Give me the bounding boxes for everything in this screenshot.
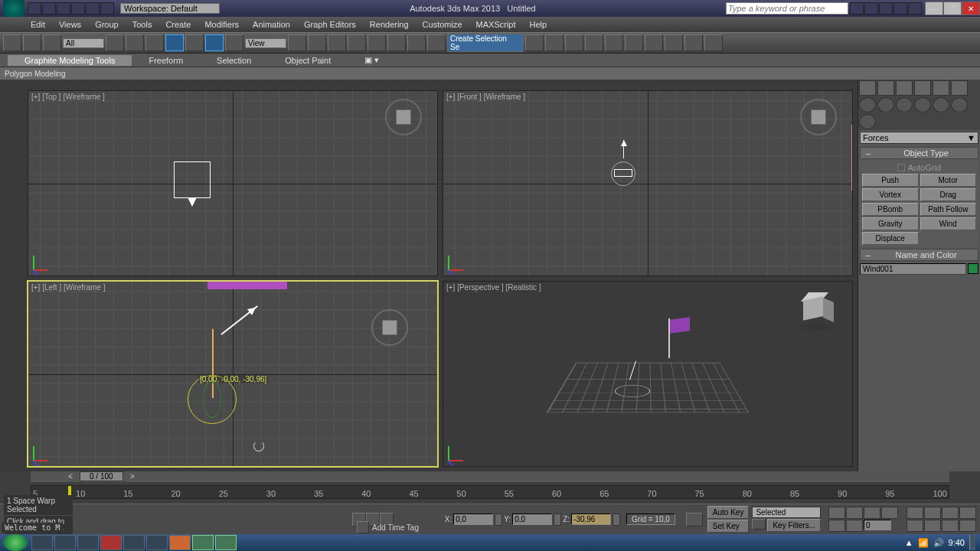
scene-wind-object[interactable] (608, 158, 639, 189)
unlink-tool-icon[interactable] (23, 34, 41, 51)
selection-filter-dropdown[interactable]: All (63, 38, 104, 48)
link-icon[interactable] (100, 2, 114, 15)
goto-start-icon[interactable] (828, 507, 845, 519)
viewport-label-top[interactable]: [+] [Top ] [Wireframe ] (31, 93, 105, 101)
select-object-icon[interactable] (106, 34, 124, 51)
scene-box-object[interactable] (207, 282, 287, 289)
media-icon[interactable] (77, 535, 99, 550)
keyfilters-button[interactable]: Key Filters... (767, 519, 821, 532)
spinner-snap-icon[interactable] (407, 34, 426, 51)
maximize-viewport-icon[interactable] (959, 520, 976, 532)
save-icon[interactable] (57, 2, 70, 15)
menu-edit[interactable]: Edit (31, 20, 45, 29)
object-name-input[interactable] (860, 263, 966, 275)
named-selection-dropdown[interactable]: Create Selection Se (447, 34, 524, 52)
keyboard-shortcut-icon[interactable] (328, 34, 346, 51)
viewcube-top[interactable] (385, 99, 422, 135)
maximize-button[interactable]: ❐ (943, 2, 962, 15)
mirror-icon[interactable] (525, 34, 544, 51)
link-tool-icon[interactable] (3, 34, 21, 51)
push-button[interactable]: Push (862, 174, 919, 187)
scene-flag-object[interactable] (851, 125, 853, 191)
z-spinner[interactable] (612, 514, 620, 526)
rollout-object-type[interactable]: –Object Type (860, 147, 978, 159)
category-dropdown[interactable]: Forces▼ (860, 132, 978, 144)
tray-clock[interactable]: 9:40 (949, 538, 965, 547)
show-desktop-button[interactable] (969, 535, 975, 550)
app-icon[interactable] (54, 535, 76, 550)
edit-named-sel-icon[interactable] (427, 34, 446, 51)
minimize-button[interactable]: — (925, 2, 943, 15)
scene-wind-object[interactable] (615, 377, 650, 405)
tray-flag-icon[interactable]: ▲ (905, 538, 913, 547)
keytangent-icon[interactable] (752, 519, 766, 530)
menu-animation[interactable]: Animation (253, 20, 290, 29)
menu-help[interactable]: Help (530, 20, 547, 29)
start-button[interactable] (3, 534, 28, 551)
viewport-left[interactable]: [+] [Left ] [Wireframe ] [0,00, -0,00, -… (28, 281, 438, 467)
y-coord-input[interactable] (512, 514, 552, 525)
orbit-icon[interactable] (942, 520, 959, 532)
menu-rendering[interactable]: Rendering (370, 20, 409, 29)
app-menu-icon[interactable] (3, 0, 24, 17)
align-icon[interactable] (545, 34, 564, 51)
select-move2-icon[interactable] (185, 34, 204, 51)
menu-group[interactable]: Group (95, 20, 119, 29)
display-tab-icon[interactable] (933, 80, 949, 96)
layers-icon[interactable] (565, 34, 583, 51)
goto-end-icon[interactable] (828, 520, 845, 532)
favorites-icon[interactable] (893, 2, 907, 15)
x-coord-input[interactable] (453, 514, 493, 525)
angle-snap-icon[interactable] (368, 34, 386, 51)
subscription-icon[interactable] (864, 2, 878, 15)
select-region-icon[interactable] (145, 34, 164, 51)
viewport-label-left[interactable]: [+] [Left ] [Wireframe ] (31, 283, 105, 292)
task-3dsmax-icon[interactable] (192, 535, 214, 550)
utilities-tab-icon[interactable] (951, 80, 968, 96)
explorer-icon[interactable] (31, 535, 53, 550)
gravity-button[interactable]: Gravity (862, 217, 919, 230)
open-icon[interactable] (42, 2, 56, 15)
menu-tools[interactable]: Tools (132, 20, 152, 29)
zoom-all-icon[interactable] (924, 507, 941, 519)
track-bar[interactable]: 510 1520 2530 3540 4550 5560 6570 7580 8… (31, 485, 949, 499)
render-production-icon[interactable] (684, 34, 703, 51)
bind-spacewarp-icon[interactable] (43, 34, 61, 51)
ribbon-tab-graphite[interactable]: Graphite Modeling Tools (8, 55, 132, 66)
pbomb-button[interactable]: PBomb (862, 203, 919, 216)
manipulate-icon[interactable] (308, 34, 326, 51)
z-coord-input[interactable] (571, 514, 611, 525)
y-spinner[interactable] (554, 514, 561, 526)
viewcube-front[interactable] (800, 99, 837, 135)
render-iterative-icon[interactable] (704, 34, 723, 51)
viewport-top[interactable]: [+] [Top ] [Wireframe ] (28, 90, 438, 276)
redo-icon[interactable] (86, 2, 100, 15)
drag-button[interactable]: Drag (920, 188, 977, 201)
zoom-icon[interactable] (906, 507, 923, 519)
ref-coord-dropdown[interactable]: View (245, 38, 286, 48)
zoom-extents-icon[interactable] (942, 507, 959, 519)
ribbon-panel-label[interactable]: Polygon Modeling (0, 67, 980, 80)
infocenter-icon[interactable] (850, 2, 864, 15)
hierarchy-tab-icon[interactable] (896, 80, 913, 96)
create-tab-icon[interactable] (859, 80, 876, 96)
ribbon-tab-freeform[interactable]: Freeform (132, 55, 200, 66)
viewcube-persp[interactable] (795, 292, 835, 332)
geometry-cat-icon[interactable] (859, 97, 876, 112)
workspace-dropdown[interactable]: Workspace: Default (120, 3, 220, 14)
cameras-cat-icon[interactable] (914, 97, 931, 112)
motor-button[interactable]: Motor (920, 174, 977, 187)
tray-volume-icon[interactable]: 🔊 (933, 538, 944, 548)
maxscript-prompt[interactable]: Welcome to M (2, 523, 63, 533)
x-spinner[interactable] (495, 514, 502, 526)
current-frame-input[interactable] (864, 520, 891, 530)
select-rotate-icon[interactable] (205, 34, 224, 51)
rollout-name-color[interactable]: –Name and Color (860, 249, 978, 261)
keymode-toggle-icon[interactable] (846, 520, 863, 532)
snap-toggle-icon[interactable] (348, 34, 366, 51)
keymode-dropdown[interactable]: Selected (752, 507, 821, 518)
viewport-label-front[interactable]: [+] [Front ] [Wireframe ] (446, 93, 525, 101)
viewport-perspective[interactable]: [+] [Perspective ] [Realistic ] (443, 281, 853, 467)
viewport-front[interactable]: [+] [Front ] [Wireframe ] (443, 90, 853, 276)
modify-tab-icon[interactable] (877, 80, 894, 96)
